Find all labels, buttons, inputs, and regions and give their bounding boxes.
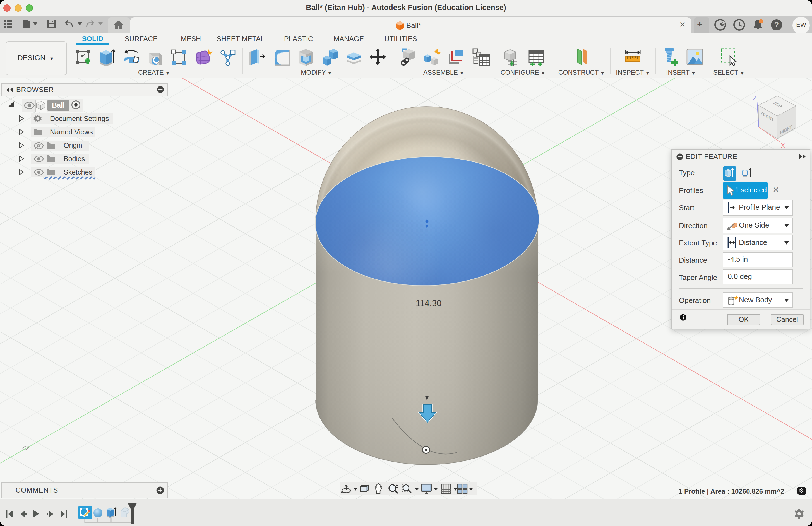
svg-text:Z: Z — [753, 94, 757, 102]
svg-text:114.30: 114.30 — [416, 298, 442, 308]
svg-text:?: ? — [774, 21, 779, 29]
svg-text:X: X — [781, 142, 785, 149]
